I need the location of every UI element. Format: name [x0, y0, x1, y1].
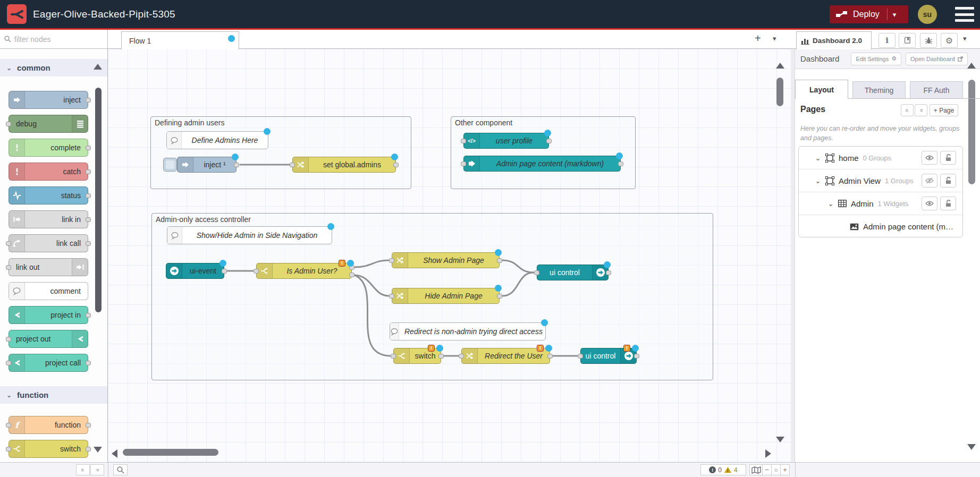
zoom-in-button[interactable]: +: [780, 464, 790, 475]
palette-node-project-out[interactable]: project out: [9, 330, 88, 348]
flow-list-caret-icon[interactable]: ▾: [773, 35, 776, 42]
palette-node-project-call[interactable]: project call: [9, 354, 88, 372]
navigator-map-button[interactable]: [749, 464, 763, 475]
visibility-button[interactable]: [922, 151, 937, 165]
visibility-off-button[interactable]: [922, 174, 937, 188]
input-port[interactable]: [459, 354, 464, 359]
unlock-button[interactable]: [940, 197, 956, 210]
input-port[interactable]: [391, 354, 396, 359]
move-page-down-button[interactable]: «: [915, 104, 927, 116]
input-port[interactable]: [461, 139, 466, 143]
settings-tab-button[interactable]: ⚙: [941, 33, 958, 48]
canvas-scroll-right-icon[interactable]: [765, 449, 771, 458]
flow-node-admin-page-content[interactable]: Admin page content (markdown): [463, 156, 621, 172]
tab-dashboard-2[interactable]: Dashboard 2.0: [796, 31, 872, 49]
output-port[interactable]: [547, 354, 553, 359]
palette-node-link-in[interactable]: link in: [9, 210, 88, 228]
palette-node-debug[interactable]: debug: [9, 115, 88, 133]
tree-row-admin-view[interactable]: ⌄ Admin View 1 Groups: [799, 169, 962, 192]
output-port[interactable]: [618, 161, 623, 166]
tree-row-admin-page-widget[interactable]: Admin page content (m…: [799, 215, 962, 237]
unlock-button[interactable]: [940, 151, 956, 165]
input-port[interactable]: [6, 423, 11, 428]
output-port[interactable]: [438, 354, 444, 359]
open-dashboard-button[interactable]: Open Dashboard: [906, 53, 968, 65]
info-tab-button[interactable]: i: [878, 33, 895, 48]
tab-theming[interactable]: Theming: [852, 81, 906, 99]
palette-node-function[interactable]: f function: [9, 416, 88, 434]
comment-node-show-hide-admin[interactable]: Show/Hide Admin in Side Navigation: [167, 226, 332, 244]
flow-node-ui-control-2[interactable]: ui control !: [580, 348, 637, 364]
canvas-v-scrollbar[interactable]: [776, 78, 783, 106]
tree-row-admin-group[interactable]: ⌄ Admin 1 Widgets: [799, 192, 962, 215]
flow-node-ui-control-1[interactable]: ui control: [537, 265, 609, 280]
palette-collapse-down-button[interactable]: «: [90, 464, 104, 475]
palette-scroll-up-icon[interactable]: [94, 64, 102, 70]
output-port[interactable]: [86, 193, 91, 198]
chevron-down-icon[interactable]: ⌄: [814, 177, 822, 185]
output-port[interactable]: [86, 447, 91, 452]
palette-node-link-call[interactable]: link call: [9, 234, 88, 252]
user-avatar[interactable]: su: [918, 5, 937, 24]
tree-row-home[interactable]: ⌄ home 0 Groups: [799, 147, 962, 169]
flow-node-hide-admin-page[interactable]: Hide Admin Page: [392, 288, 500, 304]
palette-node-switch[interactable]: switch: [9, 440, 88, 458]
palette-node-project-in[interactable]: project in: [9, 306, 88, 324]
help-tab-button[interactable]: [899, 33, 916, 48]
input-port[interactable]: [6, 265, 11, 270]
tab-flow-1[interactable]: Flow 1: [121, 31, 239, 49]
flow-node-switch[interactable]: switch !: [393, 348, 441, 364]
output-port-2[interactable]: [349, 272, 354, 277]
deploy-caret-icon[interactable]: ▾: [893, 11, 897, 19]
main-menu-icon[interactable]: [955, 7, 974, 22]
zoom-out-button[interactable]: −: [762, 464, 772, 475]
canvas-scroll-down-icon[interactable]: [776, 437, 784, 442]
input-port[interactable]: [389, 294, 394, 299]
wire[interactable]: [354, 275, 390, 356]
flow-node-ui-event[interactable]: ui-event: [166, 263, 224, 279]
flow-node-user-profile[interactable]: </> user profile: [463, 133, 549, 149]
deploy-button[interactable]: Deploy ▾: [830, 5, 908, 23]
input-port[interactable]: [290, 163, 295, 167]
output-port[interactable]: [606, 270, 611, 275]
palette-node-catch[interactable]: catch: [9, 163, 88, 181]
output-port[interactable]: [86, 423, 91, 428]
tab-ff-auth[interactable]: FF Auth: [910, 81, 963, 99]
input-port[interactable]: [6, 122, 11, 126]
notifications-status[interactable]: ! 0 ! 4: [700, 464, 746, 475]
tab-layout[interactable]: Layout: [795, 80, 848, 99]
flow-node-redirect-the-user[interactable]: Redirect the User !: [461, 348, 550, 364]
output-port[interactable]: [546, 139, 552, 143]
output-port[interactable]: [86, 241, 91, 246]
palette-node-comment[interactable]: comment: [9, 282, 88, 300]
output-port[interactable]: [86, 217, 91, 222]
search-input[interactable]: [14, 35, 94, 44]
palette-node-inject[interactable]: inject: [9, 91, 88, 109]
sidebar-scrollbar[interactable]: [968, 80, 975, 184]
flow-node-set-global-admins[interactable]: set global.admins: [292, 157, 396, 173]
inject-trigger-button[interactable]: [163, 158, 177, 172]
output-port[interactable]: [86, 98, 91, 103]
comment-node-define-admins[interactable]: Define Admins Here: [166, 131, 268, 149]
palette-category-function[interactable]: ⌄ function: [0, 386, 107, 404]
palette-category-common[interactable]: ⌄ common: [0, 59, 107, 76]
sidebar-scroll-down-icon[interactable]: [967, 444, 976, 450]
zoom-search-button[interactable]: [113, 464, 128, 475]
output-port[interactable]: [222, 269, 227, 274]
input-port[interactable]: [534, 270, 539, 275]
palette-scroll-down-icon[interactable]: [94, 447, 102, 453]
input-port[interactable]: [6, 337, 11, 342]
comment-node-redirect[interactable]: Redirect is non-admin trying direct acce…: [390, 322, 546, 340]
input-port[interactable]: [461, 161, 466, 166]
wire[interactable]: [502, 260, 534, 272]
output-port[interactable]: [86, 361, 91, 365]
palette-node-status[interactable]: status: [9, 186, 88, 205]
unlock-button[interactable]: [940, 174, 956, 188]
flow-node-is-admin-user[interactable]: Is Admin User? !: [256, 263, 352, 279]
canvas-scroll-left-icon[interactable]: [112, 449, 117, 458]
output-port[interactable]: [497, 294, 502, 299]
flow-node-show-admin-page[interactable]: Show Admin Page: [392, 252, 500, 268]
debug-tab-button[interactable]: [920, 33, 937, 48]
output-port[interactable]: [393, 163, 399, 167]
input-port[interactable]: [6, 447, 11, 452]
